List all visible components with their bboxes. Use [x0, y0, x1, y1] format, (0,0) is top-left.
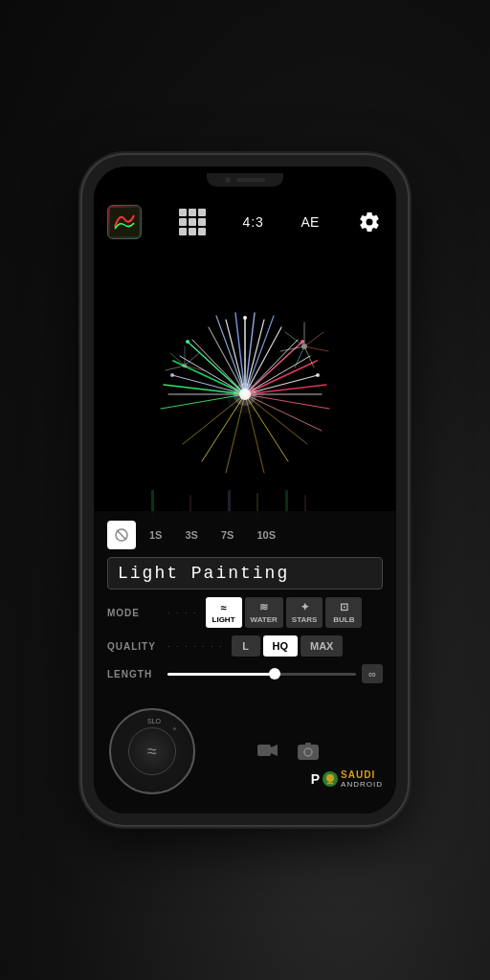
quality-options: L HQ MAX	[232, 635, 344, 657]
svg-line-49	[185, 353, 199, 366]
mode-options: ≈ LIGHT ≋ WATER ✦ STARS ⊡	[206, 597, 363, 628]
gallery-thumbnail[interactable]	[107, 205, 142, 239]
svg-point-37	[186, 340, 189, 344]
stars-label: STARS	[292, 615, 318, 624]
light-icon: ≈	[220, 602, 226, 613]
svg-point-34	[226, 375, 264, 413]
svg-point-70	[326, 774, 334, 782]
svg-point-53	[183, 364, 188, 368]
water-label: WATER	[251, 615, 278, 624]
quality-dots: · · · · · · ·	[167, 641, 224, 651]
settings-button[interactable]	[356, 209, 383, 235]
bottom-panel: 1S 3S 7S 10S Light Painting MODE · · · ·…	[94, 511, 396, 813]
slider-thumb[interactable]	[269, 668, 280, 679]
svg-rect-67	[305, 743, 311, 746]
notch-bar	[94, 167, 396, 193]
bulb-icon: ⊡	[340, 601, 348, 613]
bulb-label: BULB	[333, 615, 354, 624]
brand-name: SAUDI ANDROID	[341, 769, 383, 789]
mode-title-bar: Light Painting	[107, 557, 383, 590]
shutter-3s[interactable]: 3S	[175, 524, 207, 546]
svg-line-43	[285, 332, 304, 346]
front-camera	[225, 177, 231, 183]
grid-cell	[198, 228, 206, 235]
svg-rect-65	[257, 745, 271, 756]
mode-dots: · · · ·	[167, 608, 198, 617]
mode-light[interactable]: ≈ LIGHT	[206, 597, 242, 628]
svg-line-52	[166, 366, 185, 370]
auto-exposure[interactable]: AE	[301, 214, 320, 230]
aspect-ratio[interactable]: 4:3	[242, 214, 263, 230]
brand-watermark: P SAUDI ANDROID	[311, 769, 383, 789]
grid-toggle[interactable]	[179, 209, 206, 235]
svg-rect-66	[298, 745, 319, 760]
svg-point-36	[301, 340, 304, 344]
svg-line-46	[295, 346, 304, 368]
svg-text:≈: ≈	[171, 724, 179, 732]
length-label: LENGTH	[107, 669, 160, 679]
phone-device: 4:3 AE 1S 3S 7S 10S	[82, 155, 408, 825]
quality-hq[interactable]: HQ	[263, 635, 299, 657]
svg-point-38	[316, 373, 320, 377]
camera-top-bar: 4:3 AE	[94, 201, 396, 243]
brand-logo	[323, 771, 338, 787]
fireworks-display	[94, 270, 396, 519]
svg-text:SLO: SLO	[147, 718, 162, 724]
svg-line-62	[117, 530, 126, 540]
phone-screen: 4:3 AE 1S 3S 7S 10S	[94, 167, 396, 813]
grid-cell	[189, 228, 196, 235]
quality-row: QUALITY · · · · · · · L HQ MAX	[107, 635, 383, 657]
speaker	[236, 178, 265, 182]
infinity-value: ∞	[362, 664, 383, 683]
mode-title: Light Painting	[118, 564, 289, 583]
svg-line-41	[304, 332, 323, 346]
grid-cell	[179, 228, 187, 235]
grid-cell	[179, 209, 187, 216]
water-icon: ≋	[259, 601, 268, 613]
slider-fill	[167, 673, 280, 676]
length-row: LENGTH ∞	[107, 664, 383, 683]
grid-cell	[198, 218, 206, 226]
notch	[207, 173, 283, 187]
light-label: LIGHT	[212, 615, 235, 624]
grid-cell	[189, 209, 196, 216]
svg-rect-60	[110, 208, 139, 236]
shutter-7s[interactable]: 7S	[212, 524, 243, 546]
svg-point-35	[243, 316, 247, 320]
mode-water[interactable]: ≋ WATER	[245, 597, 283, 628]
photo-mode-icon[interactable]	[298, 743, 319, 760]
quality-label: QUALITY	[107, 641, 160, 652]
settings-area: MODE · · · · ≈ LIGHT ≋ WATER ✦	[94, 597, 396, 683]
length-slider[interactable]	[167, 673, 356, 676]
quality-max[interactable]: MAX	[301, 635, 343, 657]
length-slider-wrap: ∞	[167, 664, 383, 683]
shutter-1s[interactable]: 1S	[140, 524, 171, 546]
mode-row: MODE · · · · ≈ LIGHT ≋ WATER ✦	[107, 597, 383, 628]
grid-cell	[179, 218, 187, 226]
svg-line-42	[304, 346, 328, 351]
mode-dial[interactable]: ≈ SLO ≈	[109, 708, 195, 794]
shutter-speed-strip: 1S 3S 7S 10S	[94, 511, 396, 555]
mode-stars[interactable]: ✦ STARS	[286, 597, 323, 628]
brand-p: P	[311, 771, 320, 787]
stars-icon: ✦	[301, 601, 309, 613]
shutter-10s[interactable]: 10S	[247, 524, 285, 546]
grid-cell	[189, 218, 196, 226]
no-timer-button[interactable]	[107, 521, 136, 549]
svg-point-47	[301, 344, 307, 349]
quality-l[interactable]: L	[232, 635, 260, 657]
svg-point-39	[170, 373, 174, 377]
mode-bulb[interactable]: ⊡ BULB	[325, 597, 362, 628]
mode-label: MODE	[107, 608, 160, 618]
grid-cell	[198, 209, 206, 216]
video-mode-icon[interactable]	[257, 742, 278, 762]
